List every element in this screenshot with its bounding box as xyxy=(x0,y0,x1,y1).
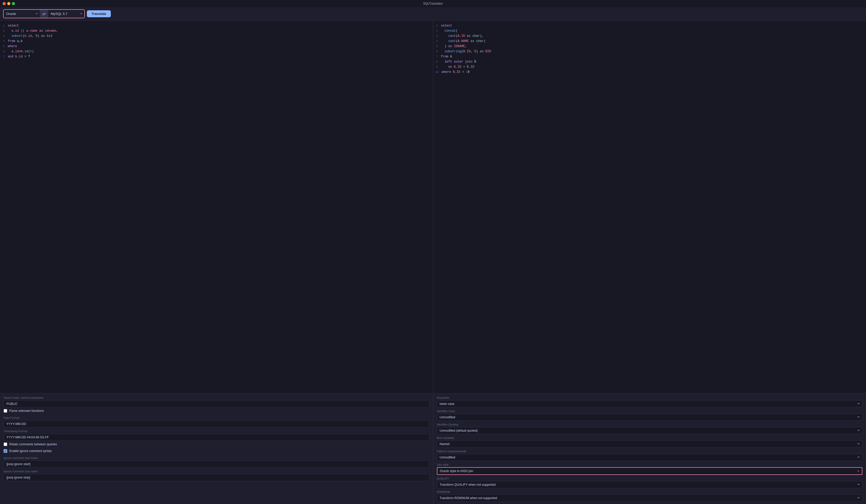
toolbar: Oracle MySQL 5.7 PostgreSQL SQL Server ⇄… xyxy=(0,7,866,21)
code-line: 5 ) as IDNAME, xyxy=(433,44,866,49)
bind-variables-select[interactable]: Named Positional Indexed xyxy=(437,440,863,448)
bind-variables-wrapper: Named Positional Indexed xyxy=(437,440,863,448)
code-line: 4 from a,b xyxy=(0,38,433,44)
bind-variables-label: Bind variables xyxy=(437,436,863,439)
source-dialect-wrapper: Oracle MySQL 5.7 PostgreSQL SQL Server xyxy=(3,10,40,17)
code-line: 1 select xyxy=(0,23,433,28)
date-format-label: Date Format xyxy=(3,416,430,419)
code-line: 2 a.id || a.name as idname, xyxy=(0,28,433,33)
join-style-value: Oracle style to ANSI join xyxy=(440,469,473,473)
identifier-case-wrapper: Unmodified Upper Lower xyxy=(437,414,863,421)
keywords-select[interactable]: lower case upper case as is xyxy=(437,400,863,408)
rownum-select[interactable]: Transform ROWNUM when not supported Keep… xyxy=(437,494,863,502)
ignore-stop-label: Ignore comment stop token xyxy=(3,470,430,473)
traffic-lights xyxy=(3,2,15,5)
right-code-area[interactable]: 1 select 2 concat( 3 cast(A.ID as char),… xyxy=(433,21,866,393)
left-code-area[interactable]: 1 select 2 a.id || a.name as idname, 3 s… xyxy=(0,21,433,393)
left-editor-panel: 1 select 2 a.id || a.name as idname, 3 s… xyxy=(0,21,433,393)
code-line: 6 substring(B.ID, 5) as BID xyxy=(433,49,866,54)
code-line: 5 where xyxy=(0,44,433,49)
target-dialect-wrapper: MySQL 5.7 Oracle PostgreSQL SQL Server xyxy=(48,10,84,17)
retain-comments-checkbox[interactable] xyxy=(3,443,7,446)
parse-unknown-checkbox[interactable] xyxy=(3,409,7,413)
timestamp-format-input[interactable] xyxy=(3,434,430,441)
enable-ignore-checkbox[interactable] xyxy=(3,449,7,453)
ignore-start-input[interactable] xyxy=(3,460,430,468)
translate-button[interactable]: Translate xyxy=(87,10,111,17)
enable-ignore-row[interactable]: Enable ignore comment syntax xyxy=(3,448,430,454)
parse-unknown-label: Parse unknown functions xyxy=(9,409,44,413)
source-dialect-select[interactable]: Oracle MySQL 5.7 PostgreSQL SQL Server xyxy=(3,10,40,17)
qualify-select[interactable]: Transform QUALIFY when not supported Kee… xyxy=(437,481,863,488)
right-editor-panel: 1 select 2 concat( 3 cast(A.ID as char),… xyxy=(433,21,866,393)
code-line: 3 cast(A.ID as char), xyxy=(433,33,866,38)
right-settings-panel: Keywords lower case upper case as is Ide… xyxy=(433,393,866,504)
ignore-start-label: Ignore comment start token xyxy=(3,456,430,459)
code-line: 6 a.id=b.id(+) xyxy=(0,49,433,54)
date-format-input[interactable] xyxy=(3,420,430,427)
search-path-label: Search path, comma separated xyxy=(3,396,430,399)
code-line: 2 concat( xyxy=(433,28,866,33)
code-line: 3 substr(b.id, 5) as bid xyxy=(0,33,433,38)
dialect-selector: Oracle MySQL 5.7 PostgreSQL SQL Server ⇄… xyxy=(3,9,85,18)
rownum-label: ROWNUM xyxy=(437,490,863,493)
target-dialect-select[interactable]: MySQL 5.7 Oracle PostgreSQL SQL Server xyxy=(48,10,84,17)
retain-comments-label: Retain comments between queries xyxy=(9,443,57,446)
keywords-select-wrapper: lower case upper case as is xyxy=(437,400,863,408)
patterns-label: Patterns (experimental) xyxy=(437,450,863,453)
code-line: 8 left outer join B xyxy=(433,59,866,64)
identifier-quoting-wrapper: Unmodified (default quoted) Always quote… xyxy=(437,427,863,434)
identifier-case-label: Identifier Case xyxy=(437,410,863,413)
join-style-chevron xyxy=(857,471,859,472)
parse-unknown-row[interactable]: Parse unknown functions xyxy=(3,408,430,414)
join-style-box[interactable]: Oracle style to ANSI join xyxy=(437,467,863,475)
qualify-label: QUALIFY xyxy=(437,477,863,480)
code-line: 9 on A.ID = B.ID xyxy=(433,64,866,69)
editors-area: 1 select 2 a.id || a.name as idname, 3 s… xyxy=(0,21,866,393)
swap-icon: ⇄ xyxy=(42,11,46,16)
close-button[interactable] xyxy=(3,2,5,5)
bottom-settings: Search path, comma separated Parse unkno… xyxy=(0,393,866,504)
retain-comments-row[interactable]: Retain comments between queries xyxy=(3,441,430,448)
code-line: 10 where B.ID > :0 xyxy=(433,69,866,75)
identifier-quoting-label: Identifier Quoting xyxy=(437,423,863,426)
search-path-input[interactable] xyxy=(3,400,430,408)
minimize-button[interactable] xyxy=(7,2,10,5)
timestamp-format-label: Timestamp Format xyxy=(3,429,430,433)
patterns-select[interactable]: Unmodified Modified xyxy=(437,454,863,461)
join-style-label: Join style xyxy=(437,463,863,466)
swap-button[interactable]: ⇄ xyxy=(40,10,48,18)
keywords-label: Keywords xyxy=(437,396,863,399)
identifier-case-select[interactable]: Unmodified Upper Lower xyxy=(437,414,863,421)
patterns-wrapper: Unmodified Modified xyxy=(437,454,863,461)
enable-ignore-label: Enable ignore comment syntax xyxy=(9,449,52,453)
maximize-button[interactable] xyxy=(12,2,15,5)
code-line: 7 and b.id > ? xyxy=(0,54,433,59)
identifier-quoting-select[interactable]: Unmodified (default quoted) Always quote… xyxy=(437,427,863,434)
title-bar: SQLTranslator xyxy=(0,0,866,7)
window-title: SQLTranslator xyxy=(423,2,443,5)
rownum-wrapper: Transform ROWNUM when not supported Keep… xyxy=(437,494,863,502)
code-line: 7 from A xyxy=(433,54,866,59)
left-settings-panel: Search path, comma separated Parse unkno… xyxy=(0,393,433,504)
code-line: 4 cast(A.NAME as char) xyxy=(433,38,866,44)
code-line: 1 select xyxy=(433,23,866,28)
qualify-wrapper: Transform QUALIFY when not supported Kee… xyxy=(437,481,863,488)
ignore-stop-input[interactable] xyxy=(3,474,430,481)
